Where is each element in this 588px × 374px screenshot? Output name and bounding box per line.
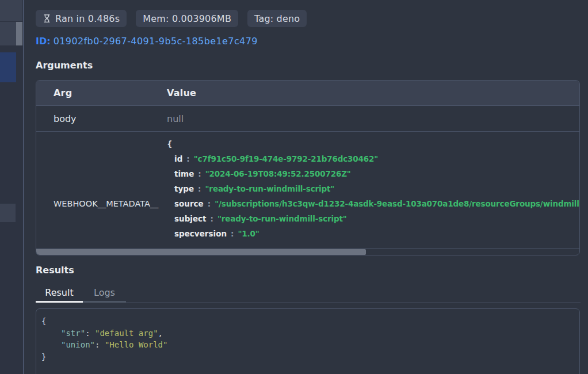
code-line-str: "str": "default arg", bbox=[41, 327, 574, 339]
run-id-value[interactable]: 01902fb0-2967-4091-9b5c-185be1e7c479 bbox=[54, 36, 258, 47]
run-id-line: ID:01902fb0-2967-4091-9b5c-185be1e7c479 bbox=[36, 36, 258, 47]
code-punctuation: , bbox=[158, 329, 163, 338]
object-open-brace[interactable]: { bbox=[167, 138, 579, 151]
table-row-body: body null bbox=[36, 106, 579, 132]
object-entry-time: time:"2024-06-19T08:49:52.2500726Z" bbox=[167, 166, 579, 181]
hourglass-icon bbox=[43, 14, 51, 23]
tag-badge-label: Tag: deno bbox=[254, 13, 300, 24]
arguments-heading: Arguments bbox=[36, 60, 93, 71]
colon-separator: : bbox=[211, 214, 213, 223]
object-entry-type: type:"ready-to-run-windmill-script" bbox=[167, 181, 579, 196]
code-punctuation: : bbox=[95, 340, 105, 349]
colon-separator: : bbox=[186, 154, 189, 163]
arg-value-null: null bbox=[167, 113, 579, 124]
webhook-metadata-object-viewer: { id:"c7f91c50-9f19-474e-9792-21b76dc304… bbox=[167, 138, 579, 248]
tab-logs[interactable]: Logs bbox=[83, 284, 126, 303]
table-horizontal-scrollbar-thumb[interactable] bbox=[36, 249, 366, 255]
colon-separator: : bbox=[231, 229, 234, 238]
code-open-brace: { bbox=[41, 315, 574, 327]
object-entry-specversion: specversion:"1.0" bbox=[167, 226, 579, 241]
arguments-table-header: Arg Value bbox=[36, 81, 579, 106]
runs-list-row[interactable] bbox=[0, 204, 16, 222]
object-entry-source: source:"/subscriptions/h3c3qw-d1232-4asd… bbox=[167, 196, 579, 211]
colon-separator: : bbox=[208, 199, 211, 208]
object-entry-subject: subject:"ready-to-run-windmill-script" bbox=[167, 211, 579, 226]
arguments-table: Arg Value body null WEBHOOK__METADATA__ … bbox=[36, 80, 580, 255]
code-line-union: "union": "Hello World" bbox=[41, 339, 574, 351]
windmill-run-detail-page: Ran in 0.486s Mem: 0.003906MB Tag: deno … bbox=[0, 0, 588, 374]
run-detail-pane: Ran in 0.486s Mem: 0.003906MB Tag: deno … bbox=[24, 0, 588, 374]
column-header-value: Value bbox=[167, 87, 579, 98]
result-json-panel: { "str": "default arg", "union": "Hello … bbox=[36, 308, 580, 374]
runs-list-pane bbox=[0, 0, 23, 374]
runs-list-row[interactable] bbox=[0, 22, 16, 45]
result-tabs: Result Logs bbox=[36, 284, 581, 303]
runtime-badge-label: Ran in 0.486s bbox=[55, 13, 120, 24]
run-id-label: ID: bbox=[36, 36, 51, 47]
colon-separator: : bbox=[198, 169, 201, 178]
runtime-badge: Ran in 0.486s bbox=[36, 10, 127, 27]
column-header-arg: Arg bbox=[36, 87, 167, 98]
object-entry-id: id:"c7f91c50-9f19-474e-9792-21b76dc30462… bbox=[167, 151, 579, 166]
table-row-webhook-metadata: WEBHOOK__METADATA__ { id:"c7f91c50-9f19-… bbox=[36, 132, 579, 249]
arg-name: WEBHOOK__METADATA__ bbox=[54, 199, 158, 208]
table-horizontal-scrollbar[interactable] bbox=[36, 249, 579, 255]
results-heading: Results bbox=[36, 265, 74, 276]
memory-badge: Mem: 0.003906MB bbox=[136, 10, 238, 27]
arg-name: body bbox=[36, 113, 167, 124]
runs-list-scrollbar-thumb[interactable] bbox=[16, 22, 22, 45]
memory-badge-label: Mem: 0.003906MB bbox=[143, 13, 231, 24]
code-punctuation: : bbox=[85, 329, 95, 338]
runs-list-row-selected[interactable] bbox=[0, 52, 16, 82]
colon-separator: : bbox=[198, 184, 201, 193]
runs-list-header-block bbox=[0, 0, 22, 21]
run-stats-row: Ran in 0.486s Mem: 0.003906MB Tag: deno bbox=[36, 10, 307, 27]
tab-result[interactable]: Result bbox=[36, 284, 83, 303]
tag-badge: Tag: deno bbox=[247, 10, 307, 27]
code-close-brace: } bbox=[41, 351, 574, 363]
